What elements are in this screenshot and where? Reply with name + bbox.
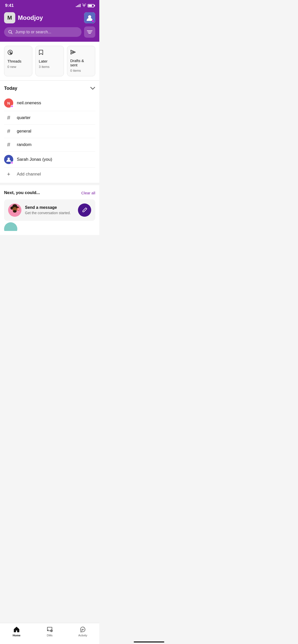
svg-line-2 (11, 33, 12, 34)
search-row: Jump to or search... (4, 26, 95, 38)
search-placeholder: Jump to or search... (15, 30, 51, 34)
drafts-card[interactable]: Drafts & sent 0 items (67, 46, 95, 76)
sarah-avatar (4, 155, 13, 164)
partial-card (4, 221, 95, 231)
svg-point-15 (13, 210, 17, 213)
logo-area: M Moodjoy (4, 12, 43, 23)
user-avatar-button[interactable] (84, 12, 95, 23)
neil-name: neil.oneness (17, 100, 41, 106)
filter-icon (87, 30, 92, 34)
drafts-title: Drafts & sent (70, 58, 92, 67)
list-item-general[interactable]: # general (4, 125, 95, 138)
add-channel-icon: + (4, 171, 13, 178)
threads-icon (7, 50, 29, 56)
list-item-random[interactable]: # random (4, 138, 95, 152)
online-dot (11, 105, 13, 108)
later-card[interactable]: Later 3 items (35, 46, 64, 76)
header-top: M Moodjoy (4, 12, 95, 23)
channel-hash-icon-general: # (4, 128, 13, 135)
threads-subtitle: 0 new (7, 65, 29, 69)
random-name: random (17, 142, 32, 147)
next-title: Next, you could... (4, 190, 40, 195)
bookmark-icon (39, 50, 60, 56)
header: M Moodjoy Jump to or search... (0, 10, 99, 42)
channel-hash-icon-quarter: # (4, 114, 13, 121)
suggestion-avatar (8, 203, 21, 217)
drafts-subtitle: 0 items (70, 69, 92, 72)
sarah-status-dot (11, 162, 13, 164)
channel-hash-icon-random: # (4, 141, 13, 148)
partial-avatar (4, 222, 17, 231)
today-header: Today (4, 86, 95, 91)
suggestion-subtitle: Get the conversation started. (25, 211, 74, 215)
signal-icon (76, 4, 80, 7)
status-time: 9:41 (5, 3, 14, 8)
neil-avatar: N (4, 98, 13, 108)
later-title: Later (39, 59, 60, 63)
app-logo[interactable]: M (4, 12, 15, 23)
search-icon (8, 30, 13, 34)
next-header: Next, you could... Clear all (4, 190, 95, 195)
filter-button[interactable] (84, 26, 95, 38)
app-name: Moodjoy (18, 14, 43, 21)
list-item-neil[interactable]: N neil.oneness (4, 95, 95, 111)
list-item-add-channel[interactable]: + Add channel (4, 168, 95, 181)
battery-icon (88, 4, 94, 7)
avatar-status-dot (92, 20, 94, 22)
add-channel-name: Add channel (17, 172, 41, 177)
send-icon (70, 50, 92, 56)
svg-point-19 (19, 209, 20, 210)
collapse-chevron[interactable] (90, 86, 95, 91)
clear-all-button[interactable]: Clear all (81, 191, 95, 195)
suggestion-text: Send a message Get the conversation star… (25, 205, 74, 215)
later-subtitle: 3 items (39, 65, 60, 69)
list-item-quarter[interactable]: # quarter (4, 111, 95, 125)
today-section: Today N neil.oneness # quarter # general… (0, 81, 99, 183)
svg-point-8 (8, 158, 10, 160)
status-bar: 9:41 (0, 0, 99, 10)
compose-button[interactable] (78, 203, 91, 217)
threads-card[interactable]: Threads 0 new (4, 46, 32, 76)
quarter-name: quarter (17, 115, 31, 120)
general-name: general (17, 129, 31, 134)
suggestion-title: Send a message (25, 205, 74, 210)
next-section: Next, you could... Clear all (0, 185, 99, 235)
quick-access-section: Threads 0 new Later 3 items Drafts & sen… (0, 42, 99, 81)
today-title: Today (4, 86, 17, 91)
wifi-icon (82, 3, 86, 8)
list-item-sarah[interactable]: Sarah Jonas (you) (4, 152, 95, 168)
search-bar[interactable]: Jump to or search... (4, 27, 82, 37)
send-message-suggestion[interactable]: Send a message Get the conversation star… (4, 199, 95, 221)
status-icons (76, 3, 94, 8)
threads-title: Threads (7, 59, 29, 63)
sarah-name: Sarah Jonas (you) (17, 157, 52, 162)
